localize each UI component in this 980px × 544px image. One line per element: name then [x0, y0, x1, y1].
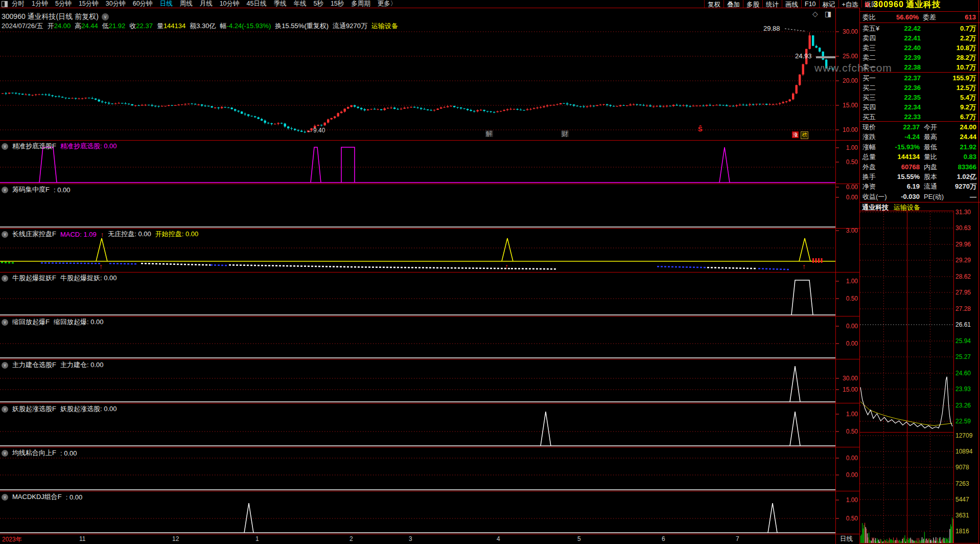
diamond-icon[interactable]: ◇	[812, 10, 818, 17]
indicator-panel-label-妖股起涨选股F[interactable]: ∨妖股起涨选股F妖股起涨选股: 0.00	[2, 404, 116, 414]
indicator-panel-label-MACDKDJ组合F[interactable]: ∨MACDKDJ组合F: 0.00	[2, 492, 82, 502]
chart-title: 300960 通业科技(日线 前复权) ∨	[2, 12, 109, 21]
period-indicator[interactable]: 日线	[840, 536, 853, 542]
indicator-panel-label-精准抄底选股F[interactable]: ∨精准抄底选股F精准抄底选股: 0.00	[2, 142, 116, 151]
bid-row-3[interactable]: 买三22.355.4万	[860, 93, 979, 103]
indicator-name[interactable]: 长线庄家控盘F	[12, 230, 56, 239]
collapse-icon[interactable]: ∨	[2, 187, 8, 193]
event-flag-unlock[interactable]: 解	[485, 130, 493, 137]
bid-row-5[interactable]: 买五22.336.7万	[860, 112, 979, 122]
collapse-icon[interactable]: ∨	[2, 319, 8, 326]
indicator-value: 精准抄底选股: 0.00	[60, 142, 117, 151]
minute-price-label: 27.28	[955, 305, 971, 312]
collapse-icon[interactable]: ∨	[2, 231, 8, 238]
stat-label: 现价	[862, 124, 876, 130]
info-field-低: 低21.92	[102, 21, 126, 31]
ask-row-5[interactable]: 卖五¥22.420.7万	[860, 24, 979, 34]
rank-badge[interactable]: 榜	[801, 131, 808, 139]
window-icon[interactable]	[2, 1, 8, 7]
ask-volume: 0.7万	[960, 25, 976, 32]
collapse-icon[interactable]: ∨	[2, 494, 8, 501]
stat-label: 涨幅	[862, 144, 876, 150]
indicator-name[interactable]: 精准抄底选股F	[12, 142, 56, 151]
bid-row-4[interactable]: 买四22.349.2万	[860, 103, 979, 112]
period-tab-60分钟[interactable]: 60分钟	[133, 0, 153, 8]
period-tab-分时[interactable]: 分时	[12, 0, 25, 8]
period-tab-5分钟[interactable]: 5分钟	[55, 0, 72, 8]
collapse-icon[interactable]: ∨	[2, 275, 8, 282]
ask-volume: 10.7万	[956, 64, 976, 71]
split-layout-icon[interactable]: ◨	[825, 10, 831, 17]
ask-row-3[interactable]: 卖三22.4010.8万	[860, 43, 979, 53]
bid-price: 22.34	[890, 104, 921, 110]
minute-price-label: 30.63	[955, 224, 971, 232]
limit-up-badge[interactable]: 涨	[792, 131, 799, 138]
indicator-panel-label-牛股起爆捉妖F[interactable]: ∨牛股起爆捉妖F牛股起爆捉妖: 0.00	[2, 274, 116, 283]
indicator-panel-label-筹码集中度F[interactable]: ∨筹码集中度F: 0.00	[2, 185, 70, 194]
indicator-name[interactable]: 缩回放起爆F	[12, 318, 50, 327]
period-tab-45日线[interactable]: 45日线	[247, 0, 267, 8]
tool-+自选[interactable]: +自选	[838, 0, 861, 8]
axis-month-label: 3	[409, 535, 412, 542]
indicator-panel-label-长线庄家控盘F[interactable]: ∨长线庄家控盘FMACD: 1.09↑无庄控盘: 0.00开始控盘: 0.00	[2, 230, 198, 239]
period-tab-15秒[interactable]: 15秒	[331, 0, 344, 8]
info-field-额: 额3.30亿	[190, 21, 216, 31]
collapse-icon[interactable]: ∨	[2, 143, 8, 150]
minute-price-label: 29.29	[955, 257, 971, 264]
period-tab-15分钟[interactable]: 15分钟	[79, 0, 99, 8]
indicator-name[interactable]: 均线粘合向上F	[12, 448, 56, 458]
charts-canvas[interactable]: ↑↑↑	[0, 0, 980, 544]
indicator-name[interactable]: 主力建仓选股F	[12, 360, 56, 370]
period-tab-周线[interactable]: 周线	[180, 0, 193, 8]
stat-label: 最高	[924, 133, 937, 140]
industry-label[interactable]: 运输设备	[894, 203, 920, 212]
indicator-name[interactable]: 牛股起爆捉妖F	[12, 274, 56, 283]
quote-header[interactable]: R300960 通业科技	[865, 1, 941, 9]
period-tab-日线[interactable]: 日线	[160, 0, 173, 8]
minute-price-label: 23.93	[955, 386, 971, 393]
ask-label: 卖三	[862, 44, 876, 51]
minute-price-label: 24.60	[955, 370, 971, 377]
tool-复权[interactable]: 复权	[704, 0, 724, 8]
indicator-name[interactable]: MACDKDJ组合F	[12, 492, 62, 502]
collapse-icon[interactable]: ∨	[2, 450, 8, 457]
indicator-panel-label-缩回放起爆F[interactable]: ∨缩回放起爆F缩回放起爆: 0.00	[2, 318, 103, 327]
tool-统计[interactable]: 统计	[762, 0, 782, 8]
svg-text:↑: ↑	[802, 262, 806, 270]
period-tab-更多〉[interactable]: 更多〉	[378, 0, 397, 8]
period-tab-年线[interactable]: 年线	[293, 0, 306, 8]
indicator-panel-label-主力建仓选股F[interactable]: ∨主力建仓选股F主力建仓: 0.00	[2, 360, 103, 370]
indicator-panel-label-均线粘合向上F[interactable]: ∨均线粘合向上F: 0.00	[2, 448, 77, 458]
minute-volume-label: 7263	[955, 480, 969, 487]
minute-stock-name: 通业科技	[862, 203, 889, 212]
stat-label: PE(动)	[924, 193, 944, 200]
period-tab-多周期[interactable]: 多周期	[351, 0, 370, 8]
tool-F10[interactable]: F10	[801, 0, 819, 8]
period-tab-30分钟[interactable]: 30分钟	[106, 0, 126, 8]
stat-label: 外盘	[862, 164, 876, 170]
period-tab-月线[interactable]: 月线	[200, 0, 213, 8]
tool-画线[interactable]: 画线	[782, 0, 801, 8]
period-tab-10分钟[interactable]: 10分钟	[220, 0, 240, 8]
period-tab-1分钟[interactable]: 1分钟	[32, 0, 48, 8]
bid-row-1[interactable]: 买一22.37155.9万	[860, 74, 979, 83]
tool-标记[interactable]: 标记	[819, 0, 838, 8]
info-field-开: 开24.00	[48, 21, 71, 31]
indicator-name[interactable]: 筹码集中度F	[12, 185, 50, 194]
period-tab-5秒[interactable]: 5秒	[313, 0, 323, 8]
axis-scale-label: 0.00	[836, 471, 858, 479]
collapse-icon[interactable]: ∨	[2, 362, 8, 369]
ask-row-4[interactable]: 卖四22.412.2万	[860, 34, 979, 43]
stat-value: 60768	[883, 164, 920, 170]
tool-叠加[interactable]: 叠加	[724, 0, 743, 8]
bid-row-2[interactable]: 买二22.3612.5万	[860, 83, 979, 93]
indicator-name[interactable]: 妖股起涨选股F	[12, 404, 56, 414]
tool-多股[interactable]: 多股	[743, 0, 762, 8]
stock-code: 300960	[873, 0, 903, 9]
minute-price-label: 27.95	[955, 289, 971, 296]
chevron-down-icon[interactable]: ∨	[102, 13, 109, 20]
bid-price: 22.33	[890, 114, 921, 120]
event-flag-report[interactable]: 财	[561, 130, 569, 137]
collapse-icon[interactable]: ∨	[2, 406, 8, 413]
period-tab-季线[interactable]: 季线	[273, 0, 286, 8]
